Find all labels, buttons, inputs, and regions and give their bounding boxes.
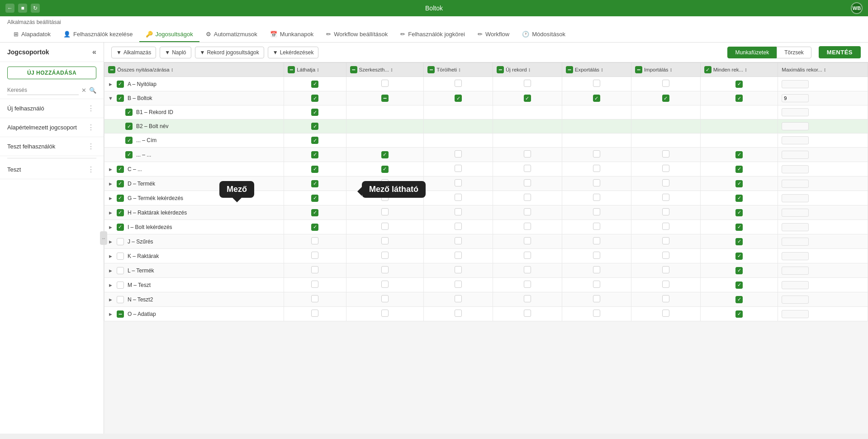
checkbox[interactable] [381,266,389,273]
checkbox[interactable] [662,281,669,288]
checkbox[interactable] [381,310,389,317]
cell-exportalas[interactable] [562,177,631,191]
cell-mindenRek[interactable]: ✓ [700,205,778,220]
checkbox[interactable]: ✓ [311,95,318,102]
expand-icon[interactable]: ► [108,167,113,172]
sidebar-resize-handle[interactable]: ↔ [100,231,107,245]
col-uj-rekord-cb[interactable]: − [497,66,504,73]
checkbox[interactable]: ✓ [735,95,743,102]
checkbox[interactable] [524,208,531,215]
checkbox[interactable]: ✓ [117,81,124,88]
save-button[interactable]: MENTÉS [819,46,861,58]
checkbox[interactable]: ✓ [117,95,124,102]
cell-ujRekord[interactable]: ✓ [493,91,562,105]
cell-importalas[interactable] [631,263,700,278]
checkbox[interactable]: ✓ [455,95,462,102]
cell-importalas[interactable] [631,278,700,292]
checkbox[interactable] [524,295,531,302]
cell-exportalas[interactable] [562,292,631,307]
cell-max-rekord[interactable] [778,234,868,249]
checkbox[interactable] [524,194,531,201]
checkbox[interactable]: − [381,95,389,102]
col-max-rekord[interactable]: Maximális rekor... ↕ [778,63,868,77]
search-input[interactable] [7,86,79,95]
cell-ujRekord[interactable] [493,77,562,91]
cell-importalas[interactable] [631,77,700,91]
cell-ujRekord[interactable] [493,278,562,292]
checkbox[interactable] [381,295,389,302]
col-osszes[interactable]: − Összes nyitása/zárása ↕ [104,63,284,77]
cell-torolheti[interactable] [424,177,493,191]
checkbox[interactable] [381,208,389,215]
checkbox[interactable] [593,237,600,244]
max-rekord-input[interactable] [782,108,809,116]
cell-max-rekord[interactable] [778,77,868,91]
cell-szerkesztheti[interactable] [346,220,424,234]
checkbox[interactable] [662,295,669,302]
cell-lathatja[interactable]: ✓ [284,119,346,134]
cell-torolheti[interactable] [424,278,493,292]
cell-max-rekord[interactable] [778,148,868,162]
checkbox[interactable] [311,252,318,259]
cell-exportalas[interactable] [562,234,631,249]
checkbox[interactable] [524,310,531,317]
checkbox[interactable] [662,179,669,186]
cell-max-rekord[interactable] [778,263,868,278]
cell-importalas[interactable] [631,249,700,263]
cell-mindenRek[interactable] [700,105,778,119]
cell-mindenRek[interactable] [700,134,778,148]
checkbox[interactable] [381,237,389,244]
tab-munkanapok[interactable]: 📅 Munkanapok [264,27,320,42]
cell-szerkesztheti[interactable]: ✓ [346,162,424,177]
tab-workflow[interactable]: ✏ Workflow [471,27,516,42]
checkbox[interactable]: ✓ [311,195,318,202]
checkbox[interactable]: ✓ [735,282,743,289]
checkbox[interactable] [593,208,600,215]
cell-mindenRek[interactable]: ✓ [700,263,778,278]
col-importalas[interactable]: − Importálás ↕ [631,63,700,77]
checkbox[interactable] [524,179,531,186]
checkbox[interactable] [311,266,318,273]
col-minden-rek[interactable]: ✓ Minden rek... ↕ [700,63,778,77]
checkbox[interactable] [662,150,669,157]
cell-max-rekord[interactable] [778,307,868,321]
cell-torolheti[interactable] [424,148,493,162]
cell-exportalas[interactable] [562,77,631,91]
checkbox[interactable]: ✓ [735,310,743,318]
cell-lathatja[interactable]: ✓ [284,105,346,119]
cell-max-rekord[interactable] [778,205,868,220]
cell-szerkesztheti[interactable] [346,292,424,307]
checkbox[interactable]: ✓ [735,81,743,88]
col-exportalas[interactable]: − Exportálás ↕ [562,63,631,77]
checkbox[interactable] [455,194,462,201]
col-szerkesztheti-cb[interactable]: − [350,66,357,73]
sidebar-item-teszt-felhasznalok[interactable]: Teszt felhasználók ⋮ [0,137,104,156]
tab-modositasok[interactable]: 🕐 Módosítások [516,27,572,42]
max-rekord-input[interactable] [782,94,809,102]
col-uj-rekord[interactable]: − Új rekord ↕ [493,63,562,77]
cell-lathatja[interactable] [284,234,346,249]
cell-torolheti[interactable] [424,205,493,220]
col-importalas-cb[interactable]: − [635,66,642,73]
checkbox[interactable]: ✓ [125,151,133,158]
checkbox[interactable]: ✓ [117,209,124,216]
filter-naplo[interactable]: ▼ Napló [160,47,191,58]
cell-importalas[interactable] [631,220,700,234]
cell-max-rekord[interactable] [778,249,868,263]
checkbox[interactable]: ✓ [735,180,743,187]
checkbox[interactable]: ✓ [117,180,124,187]
cell-szerkesztheti[interactable] [346,278,424,292]
cell-importalas[interactable] [631,148,700,162]
cell-torolheti[interactable] [424,249,493,263]
cell-ujRekord[interactable] [493,205,562,220]
cell-exportalas[interactable] [562,205,631,220]
checkbox[interactable] [662,266,669,273]
expand-icon[interactable]: ► [108,297,113,302]
cell-torolheti[interactable] [424,105,493,119]
cell-mindenRek[interactable] [700,119,778,134]
cell-torolheti[interactable] [424,234,493,249]
expand-icon[interactable]: ► [108,224,113,230]
checkbox[interactable]: ✓ [311,151,318,158]
sidebar-item-uj-felhasznalo[interactable]: Új felhasználó ⋮ [0,99,104,118]
checkbox[interactable]: ✓ [117,224,124,231]
